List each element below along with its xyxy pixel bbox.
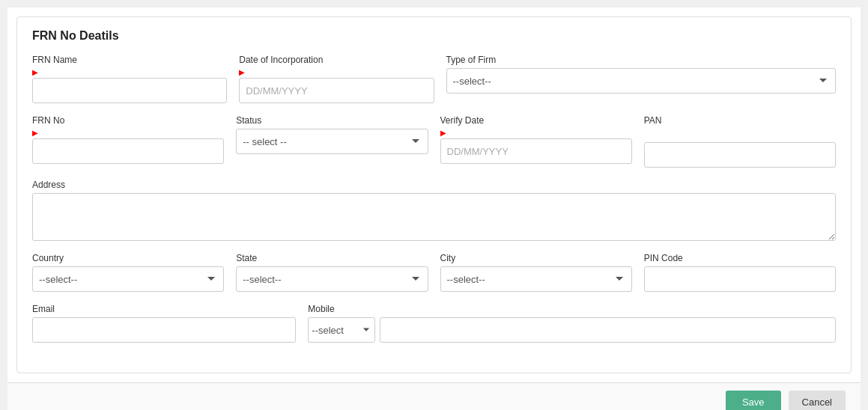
mobile-group-wrapper: Mobile --select: [308, 304, 836, 343]
mobile-code-select[interactable]: --select: [308, 317, 375, 343]
pin-code-group: PIN Code: [644, 253, 836, 292]
pin-code-label: PIN Code: [644, 253, 836, 263]
state-group: State --select--: [236, 253, 428, 292]
mobile-input-group: --select: [308, 317, 836, 343]
row-2: FRN No ▶ Status -- select -- Verify Date…: [32, 115, 836, 168]
pan-label: PAN: [644, 115, 836, 126]
type-of-firm-group: Type of Firm --select--: [446, 55, 837, 94]
status-label: Status: [236, 115, 428, 126]
country-group: Country --select--: [32, 253, 224, 292]
date-required: ▶: [239, 68, 434, 76]
mobile-number-input[interactable]: [380, 317, 836, 343]
country-select[interactable]: --select--: [32, 266, 224, 292]
verify-date-label: Verify Date: [440, 115, 632, 126]
email-label: Email: [32, 304, 296, 314]
form-card: FRN No Deatils FRN Name ▶ Date of Incorp…: [16, 16, 852, 373]
pin-code-input[interactable]: [644, 266, 836, 292]
row-4: Country --select-- State --select-- City…: [32, 253, 836, 292]
frn-no-label: FRN No: [32, 115, 224, 126]
date-of-incorporation-input[interactable]: [239, 78, 434, 103]
state-select[interactable]: --select--: [236, 266, 428, 292]
address-group: Address: [32, 180, 836, 241]
footer-bar: Save Cancel: [7, 382, 861, 410]
save-button[interactable]: Save: [726, 391, 781, 410]
pan-input[interactable]: [644, 142, 836, 168]
date-of-incorporation-label: Date of Incorporation: [239, 55, 434, 65]
city-group: City --select--: [440, 253, 632, 292]
verify-date-required: ▶: [440, 129, 632, 137]
pan-group: PAN: [644, 115, 836, 168]
verify-date-group: Verify Date ▶: [440, 115, 632, 164]
status-group: Status -- select --: [236, 115, 428, 154]
page-title: FRN No Deatils: [32, 29, 836, 43]
cancel-button[interactable]: Cancel: [789, 391, 846, 410]
row-3: Address: [32, 180, 836, 241]
type-of-firm-label: Type of Firm: [446, 55, 837, 65]
type-of-firm-select[interactable]: --select--: [446, 68, 837, 94]
frn-name-required: ▶: [32, 68, 227, 76]
state-label: State: [236, 253, 428, 263]
row-1: FRN Name ▶ Date of Incorporation ▶ Type …: [32, 55, 836, 103]
row-5: Email Mobile --select: [32, 304, 836, 343]
verify-date-input[interactable]: [440, 138, 632, 164]
frn-no-input[interactable]: [32, 138, 224, 164]
mobile-label: Mobile: [308, 304, 836, 314]
frn-no-required: ▶: [32, 129, 224, 137]
frn-no-group: FRN No ▶: [32, 115, 224, 164]
email-group: Email: [32, 304, 296, 343]
city-label: City: [440, 253, 632, 263]
frn-name-input[interactable]: [32, 78, 227, 103]
country-label: Country: [32, 253, 224, 263]
date-of-incorporation-group: Date of Incorporation ▶: [239, 55, 434, 103]
email-input[interactable]: [32, 317, 296, 343]
address-textarea[interactable]: [32, 193, 836, 241]
city-select[interactable]: --select--: [440, 266, 632, 292]
frn-name-label: FRN Name: [32, 55, 227, 65]
status-select[interactable]: -- select --: [236, 129, 428, 154]
address-label: Address: [32, 180, 836, 190]
frn-name-group: FRN Name ▶: [32, 55, 227, 103]
page-wrapper: FRN No Deatils FRN Name ▶ Date of Incorp…: [7, 7, 861, 410]
